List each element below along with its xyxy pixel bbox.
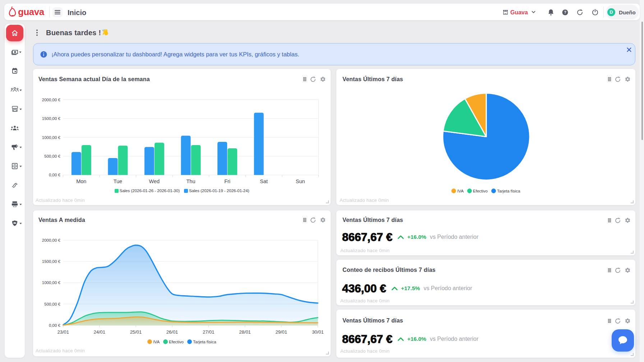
svg-text:1500,00 €: 1500,00 € [42,259,61,264]
svg-text:30/01: 30/01 [312,329,324,335]
svg-text:Sat: Sat [260,178,268,184]
svg-text:0,00 €: 0,00 € [49,323,61,328]
svg-text:Fri: Fri [224,178,230,184]
svg-text:Wed: Wed [149,178,160,184]
svg-text:0,00 €: 0,00 € [49,173,61,177]
svg-text:500,00 €: 500,00 € [44,154,60,158]
svg-text:Sun: Sun [296,178,305,184]
svg-text:Tue: Tue [114,178,122,184]
svg-text:1000,00 €: 1000,00 € [42,135,61,140]
svg-text:500,00 €: 500,00 € [44,302,60,306]
svg-text:2000,00 €: 2000,00 € [42,238,61,242]
svg-text:23/01: 23/01 [57,329,69,335]
svg-text:1000,00 €: 1000,00 € [42,280,61,285]
svg-text:?: ? [564,10,566,14]
svg-text:26/01: 26/01 [166,329,178,335]
svg-text:1500,00 €: 1500,00 € [42,116,61,121]
svg-text:Mon: Mon [76,178,86,184]
svg-text:Thu: Thu [187,178,196,184]
svg-text:2000,00 €: 2000,00 € [42,98,61,102]
svg-text:27/01: 27/01 [203,329,215,335]
svg-text:29/01: 29/01 [276,329,288,335]
svg-text:24/01: 24/01 [93,329,105,335]
svg-text:28/01: 28/01 [239,329,251,335]
svg-text:25/01: 25/01 [130,329,142,335]
